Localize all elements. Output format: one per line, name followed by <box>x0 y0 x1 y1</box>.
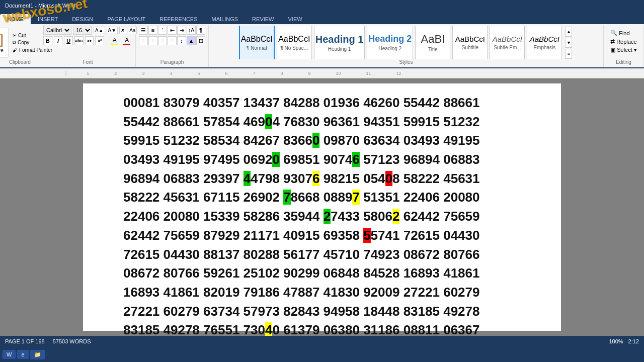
style-normal[interactable]: AaBbCcI ¶ Normal <box>239 26 275 59</box>
font-size-select[interactable]: 16.5 <box>73 26 92 35</box>
tab-mailings[interactable]: MAILINGS <box>205 14 246 24</box>
doc-line-2: 59915 51232 58534 84267 83660 09870 6363… <box>123 131 521 150</box>
taskbar-ie[interactable]: e <box>17 350 28 359</box>
style-no-spacing-preview: AaBbCcI <box>278 34 310 44</box>
highlight-3-2: 6 <box>352 152 359 167</box>
highlight-4-3: 0 <box>385 171 392 186</box>
highlight-6-1: 2 <box>324 209 331 224</box>
highlight-5-2: 7 <box>352 190 359 205</box>
style-no-spacing[interactable]: AaBbCcI ¶ No Spac... <box>277 26 312 59</box>
doc-line-3: 03493 49195 97495 06920 69851 90746 5712… <box>123 150 521 169</box>
highlight-7-1: 5 <box>363 228 370 243</box>
align-center-button[interactable]: ≡ <box>148 36 157 45</box>
doc-line-0: 00081 83079 40357 13437 84288 01936 4626… <box>123 94 521 113</box>
taskbar-word[interactable]: W <box>3 350 16 359</box>
highlight-2-1: 0 <box>312 133 319 148</box>
borders-button[interactable]: ⊞ <box>196 36 205 45</box>
style-emphasis-label: Emphasis <box>533 45 555 50</box>
styles-label: Styles <box>399 59 413 66</box>
superscript-button[interactable]: x² <box>95 36 104 45</box>
bold-button[interactable]: B <box>43 36 52 45</box>
style-subtitle-preview: AaBbCcI <box>455 35 485 44</box>
font-label: Font <box>83 59 93 66</box>
taskbar-explorer[interactable]: 📁 <box>30 350 45 359</box>
multilevel-list-button[interactable]: ⋮ <box>158 26 167 35</box>
style-normal-preview: AaBbCcI <box>241 34 273 44</box>
ribbon-body: 📋 Paste ✂ Cut ⧉ Copy 🖌 Format Painter Cl… <box>0 24 644 68</box>
page-indicator: PAGE 1 OF 198 <box>5 338 45 344</box>
doc-line-1: 55442 88661 57854 46904 76830 96361 9435… <box>123 113 521 132</box>
show-formatting-button[interactable]: ¶ <box>196 26 205 35</box>
doc-line-6: 22406 20080 15339 58286 35944 27433 5806… <box>123 207 521 226</box>
title-bar: Document1 - Microsoft Word <box>0 0 644 11</box>
style-subtle-em-label: Subtle Em... <box>494 45 521 50</box>
subscript-button[interactable]: x₂ <box>85 36 94 45</box>
align-right-button[interactable]: ≡ <box>158 36 167 45</box>
highlight-4-1: 4 <box>244 171 251 186</box>
tab-view[interactable]: VIEW <box>281 14 309 24</box>
justify-button[interactable]: ≡ <box>168 36 177 45</box>
tab-design[interactable]: DESIGN <box>65 14 100 24</box>
tab-review[interactable]: REVIEW <box>245 14 281 24</box>
doc-line-4: 96894 06883 29397 44798 93076 98215 0540… <box>123 169 521 189</box>
style-emphasis-preview: AaBbCcI <box>530 35 559 44</box>
style-title[interactable]: AaBI Title <box>415 26 450 59</box>
strikethrough-button[interactable]: abc <box>74 36 84 45</box>
style-normal-label: ¶ Normal <box>247 45 267 51</box>
style-subtle-em[interactable]: AaBbCcI Subtle Em... <box>490 26 525 59</box>
bullets-button[interactable]: ☰ <box>139 26 148 35</box>
styles-more[interactable]: ≡ <box>565 49 572 59</box>
highlight-3-1: 0 <box>272 152 279 167</box>
style-subtle-em-preview: AaBbCcI <box>493 35 522 44</box>
text-highlight-button[interactable]: A <box>109 37 120 45</box>
align-left-button[interactable]: ≡ <box>139 36 148 45</box>
font-size-grow-button[interactable]: A▲ <box>94 27 105 34</box>
tab-page-layout[interactable]: PAGE LAYOUT <box>100 14 152 24</box>
style-subtitle-label: Subtitle <box>462 45 478 50</box>
replace-button[interactable]: ⇄ Replace <box>610 38 637 45</box>
sort-button[interactable]: ↕A <box>187 26 196 35</box>
style-heading1-label: Heading 1 <box>328 46 351 52</box>
select-button[interactable]: ▣ Select ▾ <box>610 47 637 53</box>
font-color-button[interactable]: A <box>122 37 133 45</box>
underline-button[interactable]: U <box>64 36 73 45</box>
style-heading2-preview: Heading 2 <box>368 34 412 45</box>
clock: 2:12 <box>628 338 639 344</box>
decrease-indent-button[interactable]: ⇤ <box>168 26 177 35</box>
highlight-6-2: 2 <box>392 209 399 224</box>
increase-indent-button[interactable]: ⇥ <box>177 26 186 35</box>
font-name-select[interactable]: Calibri <box>43 26 71 35</box>
tab-home[interactable]: HOME <box>0 14 31 24</box>
doc-line-5: 58222 45631 67115 26902 78668 08897 5135… <box>123 188 521 207</box>
shading-button[interactable]: ▲ <box>187 36 196 45</box>
style-heading2[interactable]: Heading 2 Heading 2 <box>367 26 413 59</box>
find-button[interactable]: 🔍 Find <box>610 30 637 36</box>
clear-format-button[interactable]: ✗ <box>119 27 126 34</box>
paste-button[interactable]: 📋 Paste <box>0 28 9 58</box>
style-subtitle[interactable]: AaBbCcI Subtitle <box>452 26 488 59</box>
styles-scroll-up[interactable]: ▲ <box>565 27 572 37</box>
document-area: 00081 83079 40357 13437 84288 01936 4626… <box>0 78 644 336</box>
font-size-shrink-button[interactable]: A▼ <box>107 27 118 34</box>
word-count: 57503 WORDS <box>53 338 91 344</box>
doc-line-12: 83185 49278 76551 73040 61379 06380 3118… <box>123 321 521 336</box>
doc-line-9: 08672 80766 59261 25102 90299 06848 8452… <box>123 264 521 283</box>
style-heading1[interactable]: Heading 1 Heading 1 <box>314 26 365 59</box>
paste-label: Paste <box>0 48 4 53</box>
doc-line-7: 62442 75659 87929 21171 40915 69358 5574… <box>123 226 521 245</box>
style-emphasis[interactable]: AaBbCcI Emphasis <box>527 26 562 59</box>
paragraph-group: ☰ ≡ ⋮ ⇤ ⇥ ↕A ¶ ≡ ≡ ≡ ≡ ↕ ▲ ⊞ Paragraph <box>136 25 209 67</box>
numbering-button[interactable]: ≡ <box>148 26 157 35</box>
styles-scroll-down[interactable]: ▼ <box>565 38 572 48</box>
taskbar: W e 📁 <box>0 347 644 362</box>
italic-button[interactable]: I <box>54 36 63 45</box>
app-title: Document1 - Microsoft Word <box>5 3 75 9</box>
highlight-5-1: 7 <box>283 190 290 205</box>
tab-insert[interactable]: INSERT <box>31 14 65 24</box>
zoom-level: 100% <box>609 338 623 344</box>
doc-page[interactable]: 00081 83079 40357 13437 84288 01936 4626… <box>83 83 561 331</box>
doc-line-8: 72615 04430 88137 80288 56177 45710 7492… <box>123 245 521 264</box>
line-spacing-button[interactable]: ↕ <box>177 36 186 45</box>
doc-line-11: 27221 60279 63734 57973 82843 94958 1844… <box>123 302 521 321</box>
tab-references[interactable]: REFERENCES <box>152 14 204 24</box>
